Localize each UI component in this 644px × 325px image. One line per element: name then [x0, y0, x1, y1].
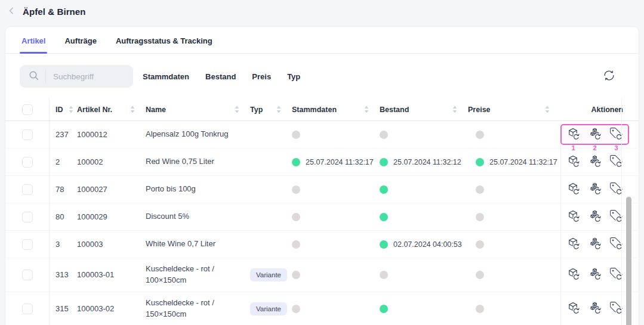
cube-sync-icon — [566, 182, 580, 197]
column-header-name[interactable]: Name — [146, 98, 250, 120]
status-dot — [292, 305, 300, 313]
cubes-sync-button[interactable] — [588, 268, 602, 281]
column-header-preise[interactable]: Preise — [468, 98, 560, 120]
select-all-checkbox[interactable] — [22, 104, 33, 115]
tab-auftraege[interactable]: Aufträge — [64, 27, 97, 53]
status-timestamp: 02.07.2024 04:00:53 — [393, 240, 462, 249]
page-title: Äpfel & Birnen — [23, 7, 86, 17]
cubes-sync-icon — [588, 237, 602, 252]
cell-preise — [468, 305, 560, 313]
sort-icon[interactable] — [276, 106, 281, 113]
cubes-sync-icon — [588, 154, 602, 170]
cube-sync-button[interactable] — [566, 237, 580, 251]
sort-icon[interactable] — [69, 106, 73, 113]
column-header-typ[interactable]: Typ — [250, 98, 292, 120]
sort-icon[interactable] — [545, 106, 550, 113]
annotation-label-1: 1 — [566, 144, 580, 151]
filter-stammdaten[interactable]: Stammdaten — [143, 72, 189, 81]
row-checkbox[interactable] — [22, 129, 33, 140]
annotation-highlight-box: 123 — [560, 124, 629, 145]
cell-preise — [468, 240, 560, 249]
cell-stammdaten — [292, 185, 380, 194]
cell-stammdaten — [292, 271, 380, 279]
row-select-cell — [5, 292, 50, 325]
cubes-sync-button[interactable] — [588, 182, 602, 196]
cell-bestand: 25.07.2024 11:32:12 — [380, 158, 468, 166]
cube-sync-icon — [566, 267, 580, 283]
tab-artikel[interactable]: Artikel — [21, 27, 46, 53]
tab-bar: Artikel Aufträge Auftragsstatus & Tracki… — [5, 27, 639, 54]
cell-preise — [468, 131, 560, 139]
scrollbar-thumb[interactable] — [626, 197, 631, 325]
cube-sync-button[interactable] — [566, 182, 580, 196]
column-header-stammdaten[interactable]: Stammdaten — [292, 98, 380, 120]
status-dot — [380, 305, 388, 313]
variante-badge: Variante — [250, 302, 287, 315]
column-header-artikel-nr[interactable]: Artikel Nr. — [77, 98, 146, 120]
cell-name: Red Wine 0,75 Liter — [146, 151, 250, 173]
table-row: 2371000012Alpensalz 100g Tonkrug123 — [5, 121, 639, 148]
row-select-cell — [5, 148, 50, 175]
sort-icon[interactable] — [130, 106, 135, 113]
status-dot — [380, 131, 388, 139]
row-checkbox[interactable] — [22, 212, 33, 222]
back-button[interactable] — [5, 5, 18, 18]
cube-sync-button[interactable] — [566, 302, 580, 315]
search-divider — [45, 70, 46, 83]
row-checkbox[interactable] — [22, 157, 33, 168]
filter-bestand[interactable]: Bestand — [205, 72, 236, 81]
search-input[interactable] — [53, 72, 119, 81]
search-box[interactable] — [20, 65, 133, 88]
table-row: 2100002Red Wine 0,75 Liter25.07.2024 11:… — [5, 148, 639, 176]
row-checkbox[interactable] — [22, 184, 33, 195]
row-select-cell — [5, 258, 50, 292]
status-timestamp: 25.07.2024 11:32:17 — [306, 158, 374, 166]
row-checkbox[interactable] — [22, 304, 33, 314]
cubes-sync-button[interactable] — [588, 210, 602, 224]
cubes-sync-button[interactable] — [588, 155, 602, 169]
variante-badge: Variante — [250, 268, 287, 281]
cell-artikel-nr: 100003 — [77, 240, 146, 249]
filter-typ[interactable]: Typ — [287, 72, 300, 81]
row-checkbox[interactable] — [22, 239, 33, 250]
cube-sync-icon — [566, 127, 580, 143]
sort-icon[interactable] — [364, 106, 369, 113]
status-dot — [292, 213, 300, 221]
filter-bar: Stammdaten Bestand Preis Typ — [143, 72, 300, 81]
row-select-cell — [5, 176, 50, 203]
cube-sync-button[interactable] — [566, 155, 580, 169]
sort-icon[interactable] — [452, 106, 457, 113]
status-dot — [380, 240, 388, 249]
cube-sync-icon — [566, 154, 580, 170]
row-checkbox[interactable] — [22, 270, 33, 280]
cube-sync-button[interactable] — [566, 268, 580, 281]
filter-preis[interactable]: Preis — [252, 72, 271, 81]
column-header-id[interactable]: ID — [50, 98, 77, 120]
cell-bestand — [380, 271, 468, 279]
status-dot — [292, 131, 300, 139]
cubes-sync-button[interactable] — [588, 128, 602, 141]
cell-name: Kuscheldecke - rot / 150×150cm — [146, 292, 250, 325]
table-row: 801000029Discount 5% — [5, 203, 639, 231]
table-row: 3100003White Wine 0,7 Liter02.07.2024 04… — [5, 231, 639, 258]
cube-sync-button[interactable] — [566, 128, 580, 141]
cell-id: 80 — [50, 212, 77, 221]
status-timestamp: 25.07.2024 11:32:12 — [393, 158, 461, 166]
cell-aktionen: 123 — [560, 121, 639, 148]
status-dot — [476, 271, 484, 279]
cell-artikel-nr: 100002 — [77, 157, 146, 166]
sort-icon[interactable] — [235, 106, 239, 113]
cubes-sync-button[interactable] — [588, 237, 602, 251]
cell-bestand — [380, 213, 468, 221]
cubes-sync-button[interactable] — [588, 302, 602, 315]
cell-artikel-nr: 1000027 — [77, 185, 146, 194]
tab-auftragsstatus-tracking[interactable]: Auftragsstatus & Tracking — [115, 27, 213, 53]
status-dot — [380, 185, 388, 194]
cube-sync-button[interactable] — [566, 210, 580, 224]
status-dot — [292, 185, 300, 194]
status-dot — [476, 213, 484, 221]
table-header-row: ID Artikel Nr. Name Typ Stammdaten Besta… — [5, 98, 639, 121]
column-header-bestand[interactable]: Bestand — [380, 98, 468, 120]
cell-id: 3 — [50, 240, 77, 249]
refresh-button[interactable] — [602, 69, 616, 83]
